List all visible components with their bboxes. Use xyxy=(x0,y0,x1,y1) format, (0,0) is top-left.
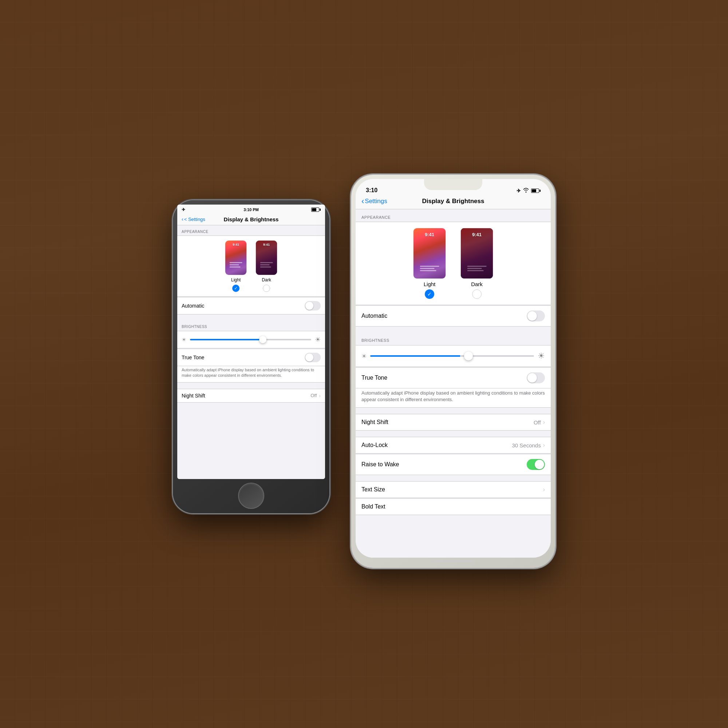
iphone11-light-option[interactable]: 9:41 Light ✓ xyxy=(413,228,446,299)
iphone11-home-indicator xyxy=(431,561,475,562)
se-appearance-header: APPEARANCE xyxy=(177,225,325,236)
iphone11-night-shift-chevron: › xyxy=(543,419,545,425)
iphone11-light-selected[interactable]: ✓ xyxy=(425,289,434,299)
se-true-tone-label: True Tone xyxy=(182,355,204,360)
se-true-tone-toggle[interactable] xyxy=(305,353,321,362)
iphone11-dark-unselected[interactable] xyxy=(472,289,482,299)
se-light-thumb: 9:41 xyxy=(225,240,247,275)
se-light-selected[interactable]: ✓ xyxy=(232,284,240,292)
se-dark-unselected[interactable] xyxy=(263,284,270,292)
iphone11-text-size-row[interactable]: Text Size › xyxy=(356,481,551,498)
se-night-shift-right: Off › xyxy=(310,393,321,399)
iphone11-airplane-icon: ✈ xyxy=(517,188,521,194)
iphone11-brightness-header: BRIGHTNESS xyxy=(356,332,551,345)
iphone11-brightness-bright-icon: ☀ xyxy=(538,351,545,361)
iphone11-automatic-row[interactable]: Automatic xyxy=(356,305,551,327)
iphone11-raise-to-wake-row[interactable]: Raise to Wake xyxy=(356,454,551,475)
iphone11-auto-lock-row[interactable]: Auto-Lock 30 Seconds › xyxy=(356,437,551,454)
iphone11-light-time: 9:41 xyxy=(413,232,445,237)
iphone11-brightness-thumb xyxy=(464,352,473,360)
iphone11-light-thumb: 9:41 xyxy=(413,228,446,279)
iphone11-status-icons: ✈ xyxy=(517,187,541,194)
iphone11-wifi-icon xyxy=(523,187,529,194)
iphone11-light-label: Light xyxy=(424,281,436,287)
se-true-tone-row[interactable]: True Tone xyxy=(177,349,325,366)
iphone11-brightness-section: ☀ ☀ xyxy=(356,345,551,367)
se-night-shift-label: Night Shift xyxy=(182,393,205,399)
iphone11-back-button[interactable]: ‹ Settings xyxy=(361,197,387,205)
se-dark-time: 9:41 xyxy=(256,243,277,246)
iphone11-time: 3:10 xyxy=(366,187,378,194)
se-dark-option[interactable]: 9:41 Dark xyxy=(255,240,277,292)
se-automatic-row[interactable]: Automatic xyxy=(177,297,325,315)
iphone11-dark-thumb: 9:41 xyxy=(460,228,493,279)
se-nav-bar: ‹ < Settings Display & Brightness xyxy=(177,215,325,225)
se-light-time: 9:41 xyxy=(225,243,246,246)
iphone11-back-chevron: ‹ xyxy=(361,197,364,205)
iphone11-gap4 xyxy=(356,475,551,481)
se-airplane-icon: ✈ xyxy=(182,207,185,212)
se-dark-thumb: 9:41 xyxy=(255,240,277,275)
iphone11-true-tone-label: True Tone xyxy=(361,375,387,381)
se-brightness-slider[interactable] xyxy=(190,339,311,340)
iphone11-night-shift-row[interactable]: Night Shift Off › xyxy=(356,414,551,431)
se-battery-icon xyxy=(311,208,321,212)
se-automatic-toggle[interactable] xyxy=(305,301,321,310)
iphone11-true-tone-row[interactable]: True Tone xyxy=(356,367,551,388)
se-back-chevron: ‹ xyxy=(182,216,184,222)
se-appearance-section: 9:41 Light ✓ xyxy=(177,236,325,297)
iphone11-brightness-dim-icon: ☀ xyxy=(361,353,367,359)
iphone11-appearance-header: APPEARANCE xyxy=(356,209,551,222)
se-true-tone-description: Automatically adapt iPhone display based… xyxy=(177,366,325,382)
iphone11-bold-text-row[interactable]: Bold Text xyxy=(356,498,551,515)
se-status-bar: ✈ 3:10 PM xyxy=(177,205,325,215)
se-night-shift-value: Off xyxy=(310,393,317,398)
se-brightness-row: ☀ ☀ xyxy=(182,336,321,344)
iphone11-appearance-section: 9:41 Light ✓ xyxy=(356,222,551,305)
se-settings-content: APPEARANCE 9:41 xyxy=(177,225,325,479)
se-dark-label: Dark xyxy=(262,277,271,283)
iphone11-text-size-label: Text Size xyxy=(361,486,385,493)
iphone11-true-tone-toggle[interactable] xyxy=(527,372,545,383)
iphone11-auto-lock-right: 30 Seconds › xyxy=(512,442,545,448)
iphone11-gap2 xyxy=(356,408,551,413)
se-back-button[interactable]: ‹ < Settings xyxy=(182,216,205,222)
iphone11-brightness-row: ☀ ☀ xyxy=(361,351,545,361)
iphone11-dark-label: Dark xyxy=(471,281,483,287)
se-light-option[interactable]: 9:41 Light ✓ xyxy=(225,240,247,292)
se-brightness-bright-icon: ☀ xyxy=(315,336,321,344)
se-home-button[interactable] xyxy=(238,483,264,509)
se-status-right xyxy=(311,208,321,212)
se-nav-title: Display & Brightness xyxy=(224,216,279,222)
iphone11-gap3 xyxy=(356,431,551,436)
iphone11-gap1 xyxy=(356,327,551,332)
iphone11-bold-text-label: Bold Text xyxy=(361,503,385,510)
se-back-label[interactable]: < Settings xyxy=(184,217,205,222)
iphone11-auto-lock-chevron: › xyxy=(543,442,545,448)
iphone11-night-shift-label: Night Shift xyxy=(361,419,388,425)
iphone11-true-tone-description: Automatically adapt iPhone display based… xyxy=(356,388,551,408)
iphone11-brightness-slider[interactable] xyxy=(370,355,534,357)
iphone-se-screen: ✈ 3:10 PM ‹ < Settings Display & Brightn… xyxy=(177,205,325,479)
iphone11-back-label[interactable]: Settings xyxy=(365,198,387,205)
iphone11-raise-to-wake-toggle[interactable] xyxy=(527,459,545,470)
se-brightness-header: BRIGHTNESS xyxy=(177,320,325,330)
iphone11-automatic-label: Automatic xyxy=(361,313,387,319)
iphone11-night-shift-right: Off › xyxy=(534,419,545,425)
se-time: 3:10 PM xyxy=(243,208,259,212)
iphone11-auto-lock-value: 30 Seconds xyxy=(512,442,541,448)
iphone11-dark-time: 9:41 xyxy=(461,232,493,237)
iphone11-appearance-choices: 9:41 Light ✓ xyxy=(361,228,545,299)
se-gap1 xyxy=(177,315,325,320)
iphone11-automatic-toggle[interactable] xyxy=(527,310,545,321)
iphone11-dark-option[interactable]: 9:41 Dark xyxy=(460,228,493,299)
iphone11-battery-icon xyxy=(531,188,541,193)
se-night-shift-row[interactable]: Night Shift Off › xyxy=(177,389,325,402)
iphone-11-notch xyxy=(424,179,482,190)
se-light-label: Light xyxy=(231,277,241,283)
se-automatic-label: Automatic xyxy=(182,303,204,309)
iphone-se-device: ✈ 3:10 PM ‹ < Settings Display & Brightn… xyxy=(173,200,329,513)
iphone11-text-size-chevron: › xyxy=(543,486,545,493)
iphone11-settings-content: APPEARANCE 9:41 xyxy=(356,209,551,558)
se-night-shift-chevron: › xyxy=(319,393,321,399)
